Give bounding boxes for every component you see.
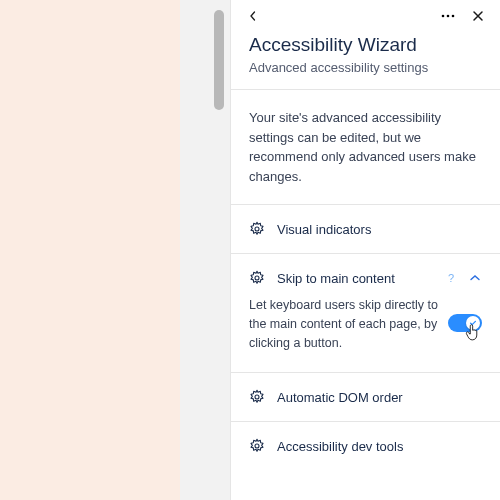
accessibility-panel: Accessibility Wizard Advanced accessibil… — [230, 0, 500, 500]
section-skip-to-content[interactable]: Skip to main content ? — [231, 254, 500, 296]
scrollbar-thumb[interactable] — [214, 10, 224, 110]
section-label: Automatic DOM order — [277, 390, 482, 405]
svg-point-1 — [447, 15, 450, 18]
panel-subtitle: Advanced accessibility settings — [249, 60, 482, 75]
section-dev-tools[interactable]: Accessibility dev tools — [231, 422, 500, 470]
section-label: Skip to main content — [277, 271, 432, 286]
gear-icon — [249, 389, 265, 405]
help-icon[interactable]: ? — [444, 272, 458, 284]
section-dom-order[interactable]: Automatic DOM order — [231, 373, 500, 421]
gear-icon — [249, 438, 265, 454]
gear-icon — [249, 270, 265, 286]
back-button[interactable] — [245, 8, 261, 24]
panel-topbar — [231, 0, 500, 28]
panel-header: Accessibility Wizard Advanced accessibil… — [231, 28, 500, 89]
svg-point-3 — [255, 227, 259, 231]
svg-point-6 — [255, 444, 259, 448]
section-label: Visual indicators — [277, 222, 482, 237]
close-button[interactable] — [470, 8, 486, 24]
chevron-up-icon — [468, 271, 482, 285]
svg-point-5 — [255, 395, 259, 399]
gear-icon — [249, 221, 265, 237]
page-canvas — [0, 0, 180, 500]
more-icon — [441, 14, 455, 18]
more-button[interactable] — [440, 8, 456, 24]
svg-point-0 — [442, 15, 445, 18]
section-visual-indicators[interactable]: Visual indicators — [231, 205, 500, 253]
chevron-left-icon — [248, 11, 258, 21]
section-description: Let keyboard users skip directly to the … — [249, 296, 438, 352]
svg-point-2 — [452, 15, 455, 18]
svg-point-4 — [255, 276, 259, 280]
info-text: Your site's advanced accessibility setti… — [231, 90, 500, 204]
close-icon — [472, 10, 484, 22]
panel-title: Accessibility Wizard — [249, 34, 482, 56]
section-skip-body: Let keyboard users skip directly to the … — [231, 296, 500, 372]
section-label: Accessibility dev tools — [277, 439, 482, 454]
cursor-pointer-icon — [462, 322, 484, 344]
